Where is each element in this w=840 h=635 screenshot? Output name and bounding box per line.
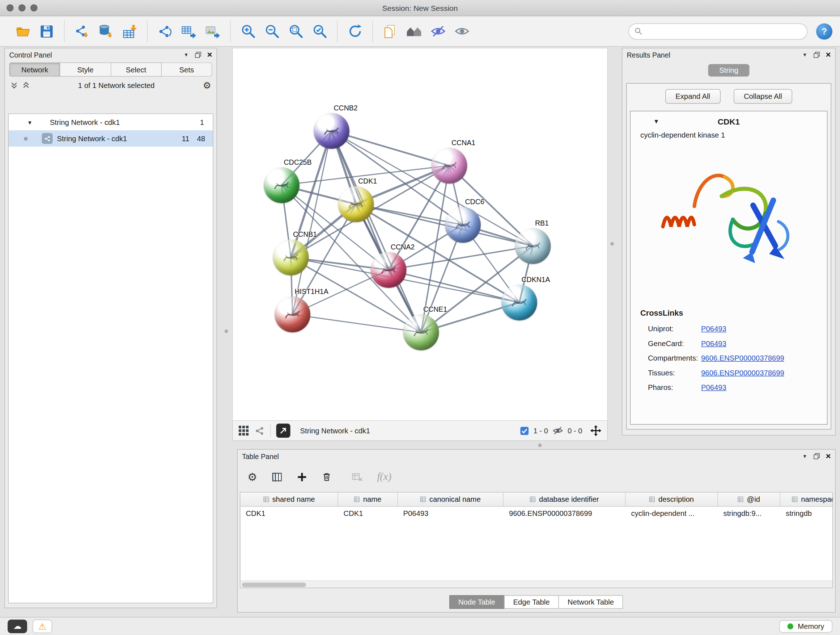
table-cell[interactable]: CDK1 — [338, 507, 398, 521]
network-options-gear-icon[interactable]: ⚙ — [203, 80, 211, 91]
network-node-ccnb2[interactable] — [314, 113, 349, 149]
crosslink-link[interactable]: P06493 — [701, 383, 726, 392]
birds-eye-view-icon[interactable] — [238, 425, 249, 436]
network-node-ccna2[interactable] — [371, 252, 407, 288]
tab-select[interactable]: Select — [111, 63, 162, 77]
help-button[interactable]: ? — [816, 23, 832, 40]
panel-close-icon[interactable]: × — [826, 51, 831, 59]
network-row-selected[interactable]: String Network - cdk1 11 48 — [9, 130, 213, 147]
tab-network-table[interactable]: Network Table — [559, 595, 623, 609]
crosslink-link[interactable]: 9606.ENSP00000378699 — [701, 369, 784, 377]
new-network-from-selection-button[interactable] — [155, 19, 175, 43]
tab-network[interactable]: Network — [9, 63, 60, 77]
column-sort-icon[interactable] — [530, 496, 536, 502]
panel-close-icon[interactable]: × — [826, 452, 831, 461]
search-box[interactable] — [628, 23, 807, 40]
table-options-gear-icon[interactable]: ⚙ — [248, 470, 257, 483]
minimize-window-button[interactable] — [19, 4, 26, 11]
open-session-button[interactable] — [13, 19, 33, 43]
network-node-hist1h1a[interactable] — [275, 296, 310, 333]
panel-float-icon[interactable] — [813, 453, 820, 459]
network-node-ccnb1[interactable] — [273, 240, 309, 276]
panel-float-icon[interactable] — [813, 52, 820, 58]
table-cell[interactable]: 9606.ENSP00000378699 — [504, 507, 626, 521]
column-sort-icon[interactable] — [263, 496, 269, 502]
zoom-out-button[interactable] — [262, 19, 282, 43]
warnings-button[interactable]: ⚠ — [33, 619, 52, 633]
collection-disclosure-icon[interactable]: ▼ — [27, 119, 33, 125]
close-window-button[interactable] — [6, 4, 14, 11]
selected-checkbox-icon[interactable] — [520, 426, 529, 435]
splitter-handle[interactable] — [538, 444, 542, 447]
crosslink-link[interactable]: P06493 — [701, 340, 726, 348]
cloud-button[interactable]: ☁ — [8, 619, 27, 633]
hide-unhide-button[interactable] — [428, 19, 448, 43]
table-cell[interactable]: CDK1 — [240, 507, 338, 521]
apply-layout-button[interactable] — [345, 19, 365, 43]
table-cell[interactable]: stringdb — [780, 507, 833, 521]
import-table-button[interactable] — [119, 19, 140, 43]
delete-column-icon[interactable] — [321, 471, 332, 482]
expand-all-button[interactable]: Expand All — [665, 89, 721, 103]
network-node-cdc6[interactable] — [445, 207, 481, 243]
column-sort-icon[interactable] — [649, 496, 655, 502]
crosslink-link[interactable]: P06493 — [701, 325, 726, 333]
crosslink-link[interactable]: 9606.ENSP00000378699 — [701, 354, 784, 363]
tab-edge-table[interactable]: Edge Table — [504, 595, 559, 609]
zoom-window-button[interactable] — [30, 4, 38, 11]
network-edges[interactable] — [233, 49, 608, 421]
column-header-description[interactable]: description — [626, 493, 718, 507]
network-node-cdk1[interactable] — [338, 187, 374, 222]
add-column-icon[interactable] — [297, 472, 307, 482]
network-share-icon[interactable] — [255, 425, 265, 436]
zoom-selected-button[interactable] — [309, 19, 330, 43]
network-node-cdc25b[interactable] — [264, 167, 300, 203]
export-network-button[interactable] — [179, 19, 199, 43]
column-sort-icon[interactable] — [792, 496, 798, 502]
panel-menu-icon[interactable]: ▼ — [802, 454, 807, 459]
memory-button[interactable]: Memory — [779, 620, 832, 632]
table-cell[interactable]: stringdb:9... — [718, 507, 781, 521]
panel-float-icon[interactable] — [195, 52, 201, 58]
open-documentation-button[interactable] — [380, 19, 401, 43]
column-header-database-identifier[interactable]: database identifier — [504, 493, 626, 507]
network-node-cdkn1a[interactable] — [501, 285, 537, 320]
collapse-all-icon[interactable] — [11, 81, 18, 89]
panel-menu-icon[interactable]: ▼ — [802, 52, 807, 57]
column-sort-icon[interactable] — [420, 496, 426, 502]
tab-node-table[interactable]: Node Table — [449, 595, 504, 609]
column-header-shared-name[interactable]: shared name — [240, 493, 338, 507]
tab-style[interactable]: Style — [60, 63, 111, 77]
network-collection-row[interactable]: ▼ String Network - cdk1 1 — [9, 114, 213, 130]
table-cell[interactable]: P06493 — [398, 507, 504, 521]
protein-disclosure-icon[interactable]: ▼ — [653, 118, 659, 125]
network-node-ccne1[interactable] — [403, 315, 439, 350]
network-view[interactable]: CCNB2CCNA1CDC25BCDK1CDC6RB1CCNB1CCNA2CDK… — [232, 48, 608, 421]
home-button[interactable] — [404, 19, 424, 43]
table-cell[interactable]: cyclin-dependent ... — [626, 507, 718, 521]
panel-close-icon[interactable]: × — [207, 51, 212, 59]
column-header-@id[interactable]: @id — [718, 493, 781, 507]
splitter-handle[interactable] — [611, 242, 614, 245]
expand-all-icon[interactable] — [22, 81, 30, 89]
panel-menu-icon[interactable]: ▼ — [184, 52, 188, 57]
tab-sets[interactable]: Sets — [162, 63, 212, 77]
show-columns-icon[interactable] — [271, 471, 283, 483]
import-network-from-database-button[interactable] — [95, 19, 116, 43]
column-header-canonical-name[interactable]: canonical name — [398, 493, 504, 507]
zoom-in-button[interactable] — [238, 19, 258, 43]
splitter-handle[interactable] — [225, 330, 228, 333]
tab-string[interactable]: String — [708, 64, 749, 77]
column-header-namespace[interactable]: namespace — [780, 493, 833, 507]
scrollbar-thumb[interactable] — [242, 583, 306, 587]
hidden-eye-slash-icon[interactable] — [553, 425, 563, 436]
export-image-button[interactable] — [202, 19, 223, 43]
search-input[interactable] — [646, 27, 802, 36]
open-in-new-window-button[interactable] — [276, 424, 291, 438]
import-network-button[interactable] — [72, 19, 92, 43]
column-sort-icon[interactable] — [354, 496, 360, 502]
network-node-rb1[interactable] — [515, 228, 551, 264]
delete-table-icon[interactable] — [352, 471, 363, 483]
horizontal-scrollbar[interactable] — [240, 581, 833, 588]
network-node-ccna1[interactable] — [431, 148, 467, 184]
